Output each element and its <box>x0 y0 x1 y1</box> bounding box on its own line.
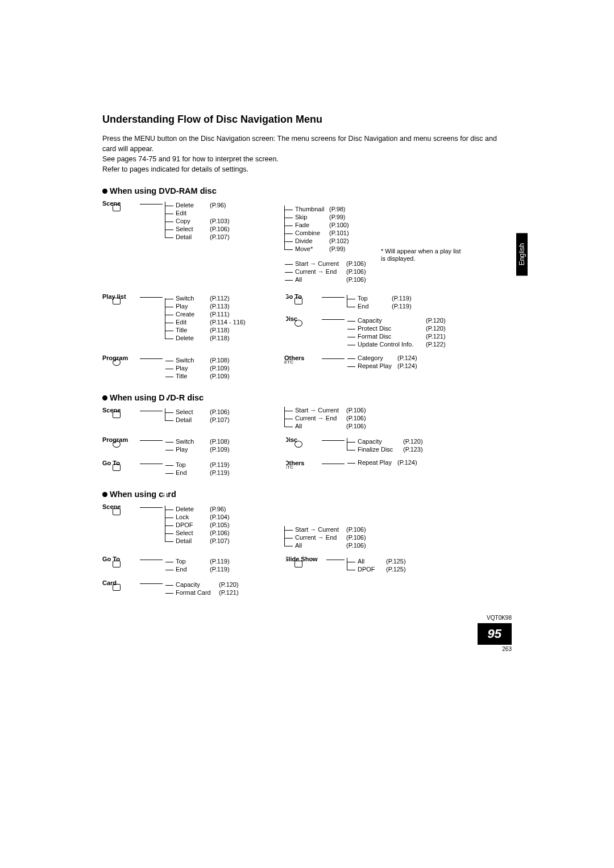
menu-item: Switch <box>176 438 210 445</box>
menu-item: Start → Current <box>295 407 346 414</box>
menu-item: Select <box>176 226 210 233</box>
page-ref: (P.106) <box>346 526 366 533</box>
page-ref: (P.108) <box>210 438 230 445</box>
intro-line: Refer to pages indicated for details of … <box>102 164 512 174</box>
bullet-icon <box>102 492 107 497</box>
page-ref: (P.119) <box>210 558 230 565</box>
page-ref: (P.120) <box>219 581 239 589</box>
menu-item: Top <box>358 295 392 302</box>
menu-item: Select <box>176 529 210 537</box>
menu-item: Format Card <box>176 589 219 596</box>
section-dvd-ram: When using DVD-RAM disc Scene Delete(P.9… <box>102 186 512 381</box>
sub-heading: When using DVD-RAM disc <box>110 186 217 195</box>
menu-item: Current → End <box>295 268 346 276</box>
page-ref: (P.120) <box>426 325 446 332</box>
page-ref: (P.106) <box>346 407 366 414</box>
menu-item: Select <box>176 408 210 416</box>
etc-label: ETC <box>284 360 294 365</box>
section-dvd-r: When using DVD-R disc Scene Select(P.106… <box>102 393 512 478</box>
menu-item: Detail <box>176 233 210 241</box>
page-ref: (P.99) <box>329 245 346 253</box>
page-ref: (P.106) <box>210 408 230 416</box>
page-ref: (P.105) <box>210 521 230 529</box>
menu-item: End <box>358 303 392 310</box>
scene-icon <box>113 205 121 211</box>
menu-item: Current → End <box>295 415 346 422</box>
page-ref: (P.121) <box>426 333 446 340</box>
menu-item: Title <box>176 373 210 380</box>
page-ref: (P.119) <box>210 566 230 573</box>
menu-item: Current → End <box>295 534 346 541</box>
menu-item: Edit <box>176 319 210 326</box>
page-ref: (P.113) <box>210 303 230 310</box>
menu-item: Combine <box>295 229 329 237</box>
menu-item: Capacity <box>358 438 403 445</box>
menu-item: Delete <box>176 335 210 342</box>
disc-icon <box>294 320 302 327</box>
page-ref: (P.118) <box>210 327 230 334</box>
page-ref: (P.119) <box>392 295 412 302</box>
page-ref: (P.109) <box>210 446 230 453</box>
page-ref: (P.104) <box>210 514 230 521</box>
menu-item: All <box>295 542 346 549</box>
menu-item: Finalize Disc <box>358 446 403 453</box>
bullet-icon <box>102 189 107 194</box>
menu-item: End <box>176 469 210 477</box>
program-icon <box>113 441 121 448</box>
page-ref: (P.118) <box>210 335 230 342</box>
menu-item: Detail <box>176 537 210 545</box>
page-ref: (P.121) <box>219 589 239 596</box>
menu-item: Detail <box>176 416 210 424</box>
page-ref: (P.120) <box>426 317 446 324</box>
menu-item: Play <box>176 303 210 310</box>
menu-item: Capacity <box>358 317 426 324</box>
intro-text: Press the MENU button on the Disc Naviga… <box>102 133 512 175</box>
scene-icon <box>113 508 121 515</box>
page-ref: (P.106) <box>346 423 366 430</box>
menu-item: Switch <box>176 295 210 302</box>
page-ref: (P.106) <box>346 415 366 422</box>
page-number-block: VQT0K98 95 263 <box>478 615 512 652</box>
menu-item: Thumbnail <box>295 206 329 213</box>
menu-item: Play <box>176 365 210 372</box>
menu-item: All <box>295 276 346 283</box>
menu-item: Repeat Play <box>358 459 397 466</box>
page-ref: (P.100) <box>329 222 349 229</box>
menu-item: Capacity <box>176 581 219 589</box>
page-ref: (P.120) <box>403 438 423 445</box>
page-ref: (P.112) <box>210 295 230 302</box>
menu-item: DPOF <box>358 566 386 573</box>
footnote: * Will appear when a play list is displa… <box>381 248 466 262</box>
page-ref: (P.101) <box>329 229 349 237</box>
playlist-icon <box>113 298 121 304</box>
page-ref: (P.106) <box>346 542 366 549</box>
menu-item: Edit <box>176 210 210 217</box>
page-ref: (P.111) <box>210 311 230 318</box>
menu-item: Lock <box>176 514 210 521</box>
page-ref: (P.124) <box>397 354 417 362</box>
page-ref: (P.106) <box>346 276 366 283</box>
page-ref: (P.119) <box>210 461 230 469</box>
page-number: 95 <box>478 623 512 645</box>
page-ref: (P.106) <box>346 534 366 541</box>
page-ref: (P.125) <box>386 558 406 565</box>
page-ref: (P.107) <box>210 537 230 545</box>
section-card: When using card Scene Delete(P.96) Lock(… <box>102 490 512 597</box>
page-ref: (P.106) <box>210 226 230 233</box>
menu-item: Fade <box>295 222 329 229</box>
disc-icon <box>294 441 302 448</box>
page-ref: (P.107) <box>210 416 230 424</box>
menu-item: Start → Current <box>295 260 346 268</box>
menu-item: Top <box>176 461 210 469</box>
page-ref: (P.96) <box>210 506 226 513</box>
menu-item: Protect Disc <box>358 325 426 332</box>
menu-item: End <box>176 566 210 573</box>
page-ref: (P.124) <box>397 459 417 466</box>
menu-item: Title <box>176 327 210 334</box>
page-ref: (P.119) <box>392 303 412 310</box>
page-ref: (P.122) <box>426 341 446 348</box>
goto-icon <box>113 464 121 471</box>
card-icon <box>113 584 121 591</box>
page-ref: (P.125) <box>386 566 406 573</box>
page-ref: (P.124) <box>397 362 417 370</box>
